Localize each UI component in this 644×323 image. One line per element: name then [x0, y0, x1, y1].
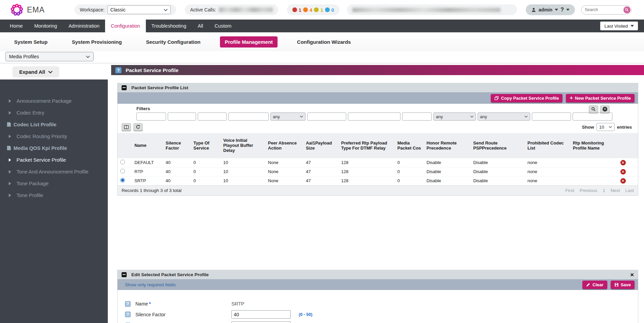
refresh-icon	[136, 125, 140, 129]
nav-custom[interactable]: Custom	[209, 20, 237, 32]
expand-all-button[interactable]: Expand All	[12, 66, 59, 77]
sidebar-item-codec-routing-priority[interactable]: Codec Routing Priority	[0, 130, 108, 142]
filter-aal1payload-input[interactable]	[307, 112, 346, 121]
collapse-icon[interactable]	[122, 85, 127, 90]
sidebar-item-codec-list-profile[interactable]: Codec List Profile	[0, 119, 108, 130]
filter-type-of-service-input[interactable]	[198, 112, 227, 121]
page-previous[interactable]: Previous	[580, 188, 598, 193]
collapse-icon[interactable]	[122, 272, 127, 277]
chevron-down-icon	[300, 116, 303, 118]
subnav-system-setup[interactable]: System Setup	[9, 36, 52, 47]
save-label: Save	[621, 282, 631, 287]
chevron-down-icon	[86, 56, 90, 58]
subnav-system-provisioning[interactable]: System Provisioning	[67, 36, 126, 47]
page-first[interactable]: First	[565, 188, 574, 193]
expand-all-label: Expand All	[19, 69, 45, 75]
last-visited-dropdown[interactable]: Last Visited	[600, 22, 638, 30]
copy-profile-button[interactable]: Copy Packet Service Profile	[491, 94, 562, 102]
subnav-profile-management[interactable]: Profile Management	[220, 36, 278, 47]
filter-peer-absence-select[interactable]: any	[270, 112, 305, 121]
subnav-configuration-wizards[interactable]: Configuration Wizards	[292, 36, 356, 47]
filter-silence-factor-input[interactable]	[168, 112, 196, 121]
filter-prohibited-codec-input[interactable]	[532, 112, 571, 121]
help-icon[interactable]: ?	[560, 7, 564, 13]
profiles-table: Name Silence Factor Type Of Service Voic…	[118, 133, 638, 185]
chevron-right-icon	[9, 99, 11, 103]
close-icon[interactable]: ×	[630, 271, 634, 278]
filter-name-input[interactable]	[136, 112, 166, 121]
save-button[interactable]: Save	[611, 281, 635, 289]
field-help-icon[interactable]: ?	[125, 312, 131, 317]
sidebar-item-announcement-package[interactable]: Announcement Package	[0, 95, 108, 107]
table-row-rtp[interactable]: RTP 40 0 10 None 47 128 0 Disable Disabl…	[118, 167, 638, 176]
col-silence-factor: Silence Factor	[163, 133, 191, 158]
nav-all[interactable]: All	[192, 20, 209, 32]
sidebar-item-label: Tone Profile	[17, 192, 43, 198]
sidebar-item-codec-entry[interactable]: Codec Entry	[0, 107, 108, 119]
nav-monitoring[interactable]: Monitoring	[29, 20, 63, 32]
search-button[interactable]	[623, 6, 631, 13]
nav-configuration[interactable]: Configuration	[105, 20, 146, 32]
row-radio[interactable]	[120, 169, 125, 173]
delete-row-icon[interactable]: ✕	[620, 178, 626, 184]
show-required-fields-link[interactable]: Show only required fields	[125, 282, 176, 287]
row-radio[interactable]	[120, 160, 125, 164]
page-last[interactable]: Last	[625, 188, 634, 193]
filter-preferred-rtp-input[interactable]	[348, 112, 400, 121]
nav-troubleshooting[interactable]: Troubleshooting	[146, 20, 192, 32]
sidebar-item-packet-service-profile[interactable]: Packet Service Profile	[0, 154, 108, 166]
subnav-security-configuration[interactable]: Security Configuration	[141, 36, 205, 47]
chevron-right-icon	[9, 194, 11, 197]
silence-factor-input[interactable]	[231, 310, 291, 319]
help-icon[interactable]: ?	[115, 67, 122, 73]
col-send-route-pspprecedence: Send Route PSPPrecedence	[471, 133, 525, 158]
workspace-select[interactable]: Classic	[107, 5, 171, 14]
category-select[interactable]: Media Profiles	[5, 52, 94, 61]
sidebar-item-tone-profile[interactable]: Tone Profile	[0, 189, 108, 201]
nav-home[interactable]: Home	[4, 20, 29, 32]
active-calls-label: Active Calls:	[190, 7, 216, 12]
filter-rtp-monitoring-input[interactable]	[573, 112, 612, 121]
clear-filters-button[interactable]: ✕	[600, 105, 610, 113]
sidebar-item-media-qos-kpi-profile[interactable]: Media QOS Kpi Profile	[0, 142, 108, 154]
new-profile-button[interactable]: + New Packet Service Profile	[566, 94, 635, 102]
page-next[interactable]: Next	[611, 188, 620, 193]
column-picker-button[interactable]	[122, 123, 131, 131]
sidebar-item-tone-and-announcement-profile[interactable]: Tone And Announcement Profile	[0, 166, 108, 177]
type-of-service-input[interactable]	[231, 321, 291, 323]
sidebar-top: Expand All	[0, 64, 108, 79]
page-number[interactable]: 1	[603, 188, 605, 193]
delete-row-icon[interactable]: ✕	[620, 169, 626, 174]
sidebar-item-tone-package[interactable]: Tone Package	[0, 177, 108, 189]
system-id-pill	[347, 4, 517, 15]
filter-honor-remote-select[interactable]: any	[433, 112, 476, 121]
user-menu[interactable]: admin ?	[526, 4, 575, 15]
filter-row: any any any	[136, 112, 634, 121]
refresh-button[interactable]	[133, 123, 143, 131]
page-size-select[interactable]: 10	[597, 123, 615, 131]
sidebar-item-label: Packet Service Profile	[17, 157, 66, 163]
field-help-icon[interactable]: ?	[125, 301, 131, 307]
delete-row-icon[interactable]: ✕	[620, 160, 626, 165]
filter-select-value: any	[273, 114, 280, 119]
critical-count: 1	[299, 7, 301, 13]
sidebar: Announcement Package Codec Entry Codec L…	[0, 79, 108, 323]
search-input[interactable]	[585, 7, 623, 12]
nav-administration[interactable]: Administration	[63, 20, 105, 32]
last-visited-caret-icon	[631, 25, 634, 27]
row-radio-selected[interactable]	[120, 178, 125, 183]
field-label: Name*	[135, 301, 231, 306]
list-panel-toolbar: Copy Packet Service Profile + New Packet…	[118, 92, 638, 104]
filter-send-route-select[interactable]: any	[478, 112, 530, 121]
edit-panel-header: Edit Selected Packet Service Profile ×	[118, 270, 638, 279]
clear-button[interactable]: Clear	[582, 281, 607, 289]
apply-filters-button[interactable]	[589, 105, 598, 113]
col-aal1payload-size: Aal1Payload Size	[303, 133, 339, 158]
table-row-default[interactable]: DEFAULT 40 0 10 None 47 128 0 Disable Di…	[118, 158, 638, 167]
table-row-srtp[interactable]: SRTP 40 0 10 None 47 128 0 Disable Disab…	[118, 176, 638, 185]
filter-media-packet-cos-input[interactable]	[402, 112, 432, 121]
table-header-row: Name Silence Factor Type Of Service Voic…	[118, 133, 638, 158]
col-prohibited-codec-list: Prohibited Codec List	[525, 133, 570, 158]
filter-voice-initial-input[interactable]	[228, 112, 269, 121]
show-label: Show	[582, 125, 594, 130]
